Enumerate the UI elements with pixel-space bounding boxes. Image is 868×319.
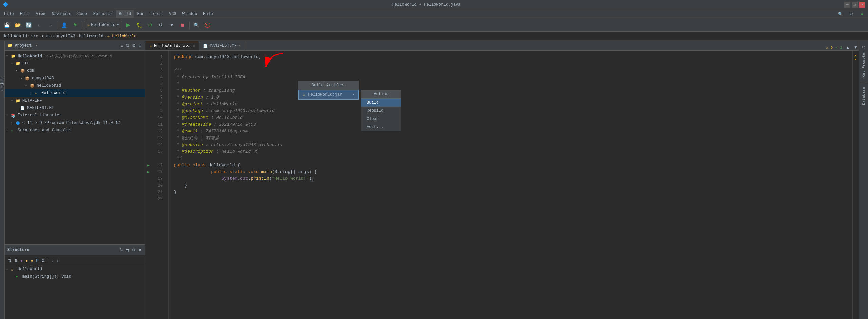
group-button[interactable]: ⇆ [125,247,130,253]
tree-item-cunyu1943[interactable]: ▾ 📦 cunyu1943 [5,75,145,82]
far-right-tab-database[interactable]: Database [860,84,867,108]
tab-close-helloworld[interactable]: ✕ [193,44,195,48]
tree-item-meta-inf[interactable]: ▾ 📁 META-INF [5,97,145,104]
sort-button[interactable]: ⇅ [119,247,124,253]
back-button[interactable]: ← [35,20,44,30]
tab-manifest[interactable]: 📄 MANIFEST.MF ✕ [199,41,245,50]
menu-item-help[interactable]: Help [200,10,216,18]
bookmark-button[interactable]: ⚑ [70,20,80,30]
code-line-2 [174,60,852,67]
collapse-structure-button[interactable]: ↑ [56,258,59,264]
tree-item-ext-libs[interactable]: ▾ 📚 External Libraries [5,112,145,119]
menu-item-edit[interactable]: Edit [17,10,33,18]
build-artifact-item[interactable]: ☕ HelloWorld:jar › [298,90,359,100]
menu-item-view[interactable]: View [33,10,48,18]
menu-item-refactor[interactable]: Refactor [91,10,116,18]
breadcrumb-src[interactable]: src [31,34,38,39]
stop-button[interactable]: ⏹ [178,20,187,30]
title-bar-left: 🔷 [3,2,8,7]
code-content[interactable]: package com.cunyu1943.helloworld; /** * … [169,51,852,319]
forward-button[interactable]: → [45,20,55,30]
tree-item-scratches[interactable]: › ✏ Scratches and Consoles [5,127,145,134]
search-everywhere-button[interactable]: 🔍 [835,9,845,19]
menu-item-window[interactable]: Window [180,10,200,18]
coverage-button[interactable]: ⚙ [145,20,155,30]
tree-item-com[interactable]: ▾ 📦 com [5,67,145,75]
menu-item-code[interactable]: Code [75,10,90,18]
action-item-rebuild[interactable]: Rebuild [361,107,401,115]
expand-structure-button[interactable]: ↓ [51,258,54,264]
menu-item-file[interactable]: File [1,10,17,18]
show-public-button[interactable]: P [35,258,39,264]
open-button[interactable]: 📂 [13,20,22,30]
structure-settings-button[interactable]: ⚙ [131,247,136,253]
breadcrumb-com[interactable]: com [42,34,50,39]
gutter-cell-8 [145,101,152,108]
expand-all-button[interactable]: ⇅ [125,43,130,49]
tree-item-jdk[interactable]: › 🔷 < 11 > D:\Program Files\Java\jdk-11.… [5,119,145,127]
save-all-button[interactable]: 💾 [2,20,12,30]
run-button[interactable]: ▶ [123,20,133,30]
tab-label-manifest: MANIFEST.MF [210,43,237,48]
more-run-button[interactable]: ▾ [167,20,176,30]
breadcrumb-helloworld-pkg[interactable]: helloworld [79,34,103,39]
structure-item-main[interactable]: ● main(String[]): void [5,273,145,280]
search-button[interactable]: 🔍 [192,20,201,30]
vcs-button[interactable]: 👤 [59,20,69,30]
project-tab-label[interactable]: Project [0,75,5,93]
tree-item-manifest[interactable]: 📄 MANIFEST.MF [5,104,145,112]
tree-label-project: HelloWorld D:\个人文件\代码\IDEA\HelloWorld [18,54,112,59]
tree-item-project[interactable]: ▾ 📁 HelloWorld D:\个人文件\代码\IDEA\HelloWorl… [5,52,145,60]
tree-item-helloworld-pkg[interactable]: ▾ 📦 helloworld [5,82,145,89]
tree-item-helloworld-class[interactable]: › ☕ HelloWorld [5,89,145,97]
run-config-selector[interactable]: ☕ HelloWorld ▾ [84,21,122,29]
menu-item-vcs[interactable]: VCS [166,10,179,18]
menu-item-tools[interactable]: Tools [148,10,165,18]
tab-close-manifest[interactable]: ✕ [239,44,241,48]
scroll-down-button[interactable]: ▼ [853,44,859,50]
sync-button[interactable]: 🔄 [24,20,33,30]
structure-panel-title: Structure [7,248,29,252]
java-file-icon: ☕ [150,44,152,48]
profile-button[interactable]: ↺ [156,20,165,30]
collapse-all-button[interactable]: ≡ [120,43,124,49]
update-button[interactable]: ● [857,9,867,19]
run-gutter-icon-18[interactable]: ▶ [147,170,150,174]
sort-alpha-button[interactable]: ⇅ [7,258,12,264]
ln-5: 5 [152,81,165,87]
show-fields-button[interactable]: ● [20,258,23,264]
action-item-clean[interactable]: Clean [361,115,401,123]
action-item-build[interactable]: Build [361,99,401,107]
show-protected-button[interactable]: ⚙ [41,258,46,264]
panel-dropdown-icon[interactable]: ▾ [35,43,37,48]
sort-type-button[interactable]: ⇅ [14,258,18,264]
show-static-button[interactable]: ● [30,258,34,264]
menu-item-run[interactable]: Run [134,10,147,18]
breadcrumb-project[interactable]: HelloWorld [3,34,27,39]
close-panel-button[interactable]: ✕ [138,43,142,49]
code-editor[interactable]: ▶ ▶ 1 2 3 4 5 6 7 8 9 10 11 12 [145,51,859,319]
maximize-button[interactable]: □ [852,2,858,8]
settings-panel-button[interactable]: ⚙ [131,43,136,49]
breadcrumb: HelloWorld › src › com › cunyu1943 › hel… [0,32,868,41]
debug-button[interactable]: 🐛 [134,20,144,30]
close-structure-button[interactable]: ✕ [138,247,142,253]
inherited-button[interactable]: I [47,258,50,264]
tab-helloworld-java[interactable]: ☕ HelloWorld.java ✕ [145,41,199,50]
scroll-up-button[interactable]: ▲ [845,44,850,50]
menu-item-build[interactable]: Build [116,10,134,18]
breadcrumb-cunyu1943[interactable]: cunyu1943 [53,34,75,39]
breadcrumb-file[interactable]: ☕ HelloWorld [107,34,136,39]
settings-button[interactable]: ⚙ [846,9,856,19]
action-item-edit[interactable]: Edit... [361,123,401,131]
far-right-tab-key-promoter[interactable]: Key Promoter X [860,43,867,80]
run-gutter-icon[interactable]: ▶ [147,163,150,167]
window-controls[interactable]: ─ □ ✕ [844,2,865,8]
structure-item-class[interactable]: ▾ ☕ HelloWorld [5,265,145,273]
tree-item-src[interactable]: ▾ 📁 src [5,60,145,67]
show-methods-button[interactable]: ● [25,258,28,264]
close-button[interactable]: ✕ [859,2,865,8]
menu-item-navigate[interactable]: Navigate [49,10,74,18]
stop-process-button[interactable]: 🚫 [202,20,212,30]
minimize-button[interactable]: ─ [844,2,850,8]
